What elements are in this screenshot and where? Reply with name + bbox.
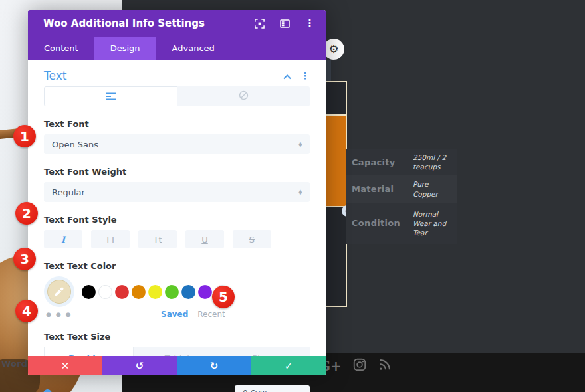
slider-handle[interactable] (43, 389, 52, 392)
module-settings-gear-button[interactable]: ⚙ (323, 39, 344, 60)
modal-header[interactable]: Woo Additional Info Settings (28, 10, 326, 37)
text-font-weight-label: Text Font Weight (44, 167, 310, 177)
color-swatch-black[interactable] (82, 285, 96, 299)
color-meta-row: ● ● ● Saved Recent (44, 310, 310, 319)
row-value: Normal Wear and Tear (413, 209, 451, 238)
color-swatch-yellow[interactable] (148, 285, 162, 299)
text-align-icon (105, 90, 116, 103)
table-row: Material Pure Copper (346, 175, 457, 202)
text-text-size-label: Text Text Size (44, 332, 310, 342)
text-size-input[interactable]: 0.6vw (235, 385, 310, 392)
hover-settings-toggle[interactable] (177, 86, 310, 106)
save-button[interactable]: ✓ (251, 356, 326, 375)
text-font-weight-value: Regular (52, 187, 298, 197)
text-section-header[interactable]: Text ⋮ (44, 60, 310, 81)
tab-advanced[interactable]: Advanced (156, 37, 231, 60)
text-settings-toggle[interactable] (44, 86, 177, 106)
color-swatch-white[interactable] (98, 285, 112, 299)
text-font-label: Text Font (44, 119, 310, 129)
row-label: Condition (352, 218, 413, 228)
woo-additional-info-settings-modal: Woo Additional Info Settings (28, 10, 326, 375)
more-options-icon[interactable]: ⋮ (304, 18, 315, 29)
cancel-button[interactable]: ✕ (28, 356, 102, 375)
modal-footer: ✕ ↺ ↻ ✓ (28, 356, 326, 375)
check-icon: ✓ (285, 360, 293, 372)
recent-swatches-link[interactable]: Recent (197, 310, 225, 319)
undo-icon: ↺ (136, 360, 144, 372)
section-options-icon[interactable]: ⋮ (300, 70, 310, 81)
text-size-slider-row: 0.6vw (44, 385, 310, 392)
annotation-badge-4: 4 (15, 300, 38, 322)
color-swatch-purple[interactable] (198, 285, 212, 299)
annotation-badge-3: 3 (13, 248, 36, 270)
row-value: Pure Copper (413, 179, 451, 198)
modal-header-icons: ⋮ (254, 18, 315, 29)
color-picker-row (44, 276, 310, 307)
text-font-select[interactable]: Open Sans ▲▼ (44, 134, 310, 154)
more-colors-icon[interactable]: ● ● ● (44, 311, 74, 318)
select-arrows-icon: ▲▼ (298, 189, 302, 194)
text-font-value: Open Sans (52, 140, 298, 149)
annotation-badge-5: 5 (212, 286, 235, 308)
text-font-style-label: Text Font Style (44, 215, 310, 225)
row-label: Material (352, 184, 413, 194)
modal-title: Woo Additional Info Settings (43, 17, 254, 29)
gear-icon: ⚙ (328, 43, 338, 56)
strikethrough-style-button[interactable]: S (233, 230, 271, 248)
text-text-color-label: Text Text Color (44, 261, 310, 271)
eyedropper-circle (47, 280, 71, 304)
eyedropper-button[interactable] (44, 276, 74, 307)
tab-design[interactable]: Design (94, 37, 156, 60)
eyedropper-icon (54, 286, 64, 297)
section-title: Text (44, 69, 283, 82)
text-font-weight-select[interactable]: Regular ▲▼ (44, 182, 310, 202)
social-icons-row: G+ (319, 357, 392, 375)
color-swatch-blue[interactable] (181, 285, 195, 299)
dock-panel-icon[interactable] (279, 18, 290, 29)
color-swatches (82, 285, 229, 299)
uppercase-style-button[interactable]: TT (91, 230, 130, 248)
redo-button[interactable]: ↻ (177, 356, 251, 375)
modal-body: Text ⋮ (28, 60, 326, 392)
modal-tab-bar: Content Design Advanced (28, 37, 326, 60)
select-arrows-icon: ▲▼ (298, 142, 302, 146)
italic-style-button[interactable]: I (44, 230, 82, 248)
row-value: 250ml / 2 teacups (413, 153, 451, 171)
undo-button[interactable]: ↺ (102, 356, 177, 375)
tab-content[interactable]: Content (28, 37, 94, 60)
underline-style-button[interactable]: U (185, 230, 224, 248)
annotation-badge-1: 1 (13, 125, 36, 147)
table-row: Capacity 250ml / 2 teacups (346, 149, 457, 175)
saved-swatches-link[interactable]: Saved (161, 310, 188, 319)
settings-mode-toggle (44, 86, 310, 106)
table-row: Condition Normal Wear and Tear (346, 203, 457, 245)
chevron-up-icon[interactable] (283, 70, 291, 82)
link-icon (239, 90, 249, 103)
row-label: Capacity (352, 157, 413, 167)
swatch-tabs: Saved Recent (161, 310, 225, 319)
font-style-buttons: I TT Tt U S (44, 230, 310, 248)
color-swatch-green[interactable] (165, 285, 179, 299)
rss-icon[interactable] (378, 357, 392, 375)
instagram-icon[interactable] (352, 357, 367, 375)
redo-icon: ↻ (210, 360, 219, 372)
smallcaps-style-button[interactable]: Tt (138, 230, 177, 248)
screenshot-root: WordPre ⚙ ⚙ Capacity 250ml / 2 teacups M… (0, 0, 585, 392)
expand-modal-icon[interactable] (254, 18, 265, 29)
additional-info-table: Capacity 250ml / 2 teacups Material Pure… (346, 149, 457, 244)
close-icon: ✕ (61, 360, 70, 372)
color-swatch-orange[interactable] (132, 285, 146, 299)
color-swatch-red[interactable] (115, 285, 129, 299)
annotation-badge-2: 2 (15, 202, 38, 225)
section-header-icons: ⋮ (283, 70, 310, 82)
